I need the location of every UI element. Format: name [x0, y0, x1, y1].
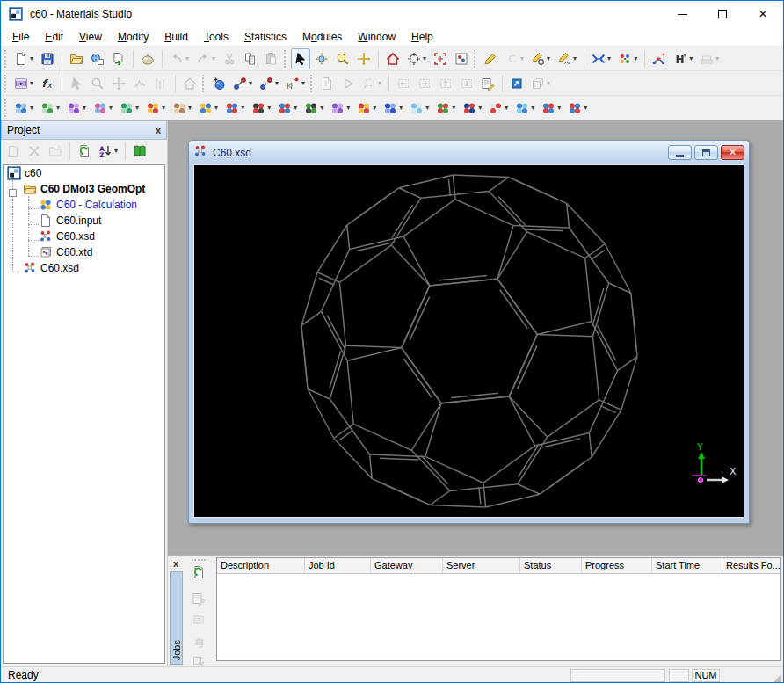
minimize-button[interactable]: [662, 1, 702, 27]
add-atom-button[interactable]: [209, 73, 229, 94]
document-window[interactable]: C60.xsd ✕ YX: [188, 140, 750, 524]
tree-item-c60[interactable]: c60: [4, 165, 164, 181]
toolbar-gripper[interactable]: [474, 50, 476, 68]
sketch-atom-button[interactable]: ▾: [528, 48, 553, 69]
reset-view-button[interactable]: [383, 48, 403, 69]
animation-button[interactable]: ▾: [11, 73, 36, 94]
jobs-column-gateway[interactable]: Gateway: [371, 558, 443, 573]
copy-button[interactable]: [241, 48, 260, 69]
create-bond-button[interactable]: ▾: [230, 73, 255, 94]
menu-modify[interactable]: Modify: [110, 31, 156, 43]
module-qsar[interactable]: ▾: [433, 98, 458, 119]
hydrogen-bond-button[interactable]: H▾: [283, 73, 308, 94]
import-button[interactable]: [88, 48, 107, 69]
module-mesocite[interactable]: ▾: [301, 98, 326, 119]
translate-view-button[interactable]: [354, 48, 374, 69]
tree-item-c60-xsd[interactable]: C60.xsd: [4, 260, 164, 276]
create-partial-bond-button[interactable]: ▾: [257, 73, 281, 94]
c60-bonds: [301, 175, 637, 507]
doc-minimize-button[interactable]: [668, 145, 692, 160]
toolbar-gripper[interactable]: [192, 559, 206, 561]
menu-build[interactable]: Build: [156, 31, 196, 43]
display-style-button[interactable]: [452, 48, 471, 69]
save-project-button[interactable]: [138, 48, 157, 69]
jobs-column-description[interactable]: Description: [217, 558, 305, 573]
rebond-button[interactable]: [650, 48, 669, 69]
function-editor-button[interactable]: fx: [38, 73, 57, 94]
menu-tools[interactable]: Tools: [196, 31, 236, 43]
rotate-view-button[interactable]: [312, 48, 331, 69]
jobs-column-status[interactable]: Status: [520, 558, 582, 573]
save-button[interactable]: [38, 48, 57, 69]
module-mesodyn[interactable]: ▾: [328, 98, 352, 119]
jobs-column-start-time[interactable]: Start Time: [652, 558, 722, 573]
toolbar-gripper[interactable]: [4, 99, 7, 117]
module-compass[interactable]: ▾: [117, 98, 142, 119]
project-sort-button[interactable]: AZ▾: [96, 141, 120, 162]
module-amorphous-cell[interactable]: ▾: [11, 98, 36, 119]
jobs-column-server[interactable]: Server: [443, 558, 520, 573]
clean-button[interactable]: ▾: [589, 48, 613, 69]
jobs-close-icon[interactable]: x: [173, 558, 178, 569]
project-refresh-button[interactable]: [75, 141, 94, 162]
menu-statistics[interactable]: Statistics: [236, 31, 294, 43]
selection-mode-button[interactable]: [291, 48, 310, 69]
menu-window[interactable]: Window: [350, 31, 403, 43]
module-castep[interactable]: ▾: [143, 98, 168, 119]
doc-close-button[interactable]: ✕: [721, 145, 744, 160]
module-dftb[interactable]: ▾: [170, 98, 194, 119]
toolbar-gripper[interactable]: [284, 50, 287, 68]
toolbar-gripper[interactable]: [202, 75, 205, 92]
tree-item-c60-dmol3-geomopt[interactable]: C60 DMol3 GeomOpt: [4, 181, 164, 197]
menu-edit[interactable]: Edit: [37, 31, 71, 43]
zoom-view-button[interactable]: [333, 48, 352, 69]
maximize-button[interactable]: [702, 1, 743, 27]
jobs-column-job-id[interactable]: Job Id: [305, 558, 371, 573]
menu-view[interactable]: View: [71, 31, 110, 43]
module-qmera[interactable]: ▾: [565, 98, 590, 119]
molecule-viewport[interactable]: YX: [193, 164, 744, 518]
module-conformers[interactable]: ▾: [64, 98, 89, 119]
new-document-button[interactable]: ▾: [11, 48, 36, 69]
menu-file[interactable]: File: [4, 31, 37, 43]
project-help-button[interactable]: [130, 141, 149, 162]
sketch-fragment-button[interactable]: ▾: [555, 48, 579, 69]
document-title-bar[interactable]: C60.xsd ✕: [189, 141, 749, 164]
toolbar-gripper[interactable]: [4, 50, 7, 68]
module-forcite[interactable]: ▾: [222, 98, 247, 119]
module-kinetix[interactable]: ▾: [275, 98, 300, 119]
module-morphology[interactable]: ▾: [354, 98, 379, 119]
module-onetep[interactable]: ▾: [381, 98, 405, 119]
fit-view-button[interactable]: [431, 48, 450, 69]
module-polymorph[interactable]: ▾: [407, 98, 432, 119]
center-view-button[interactable]: ▾: [404, 48, 429, 69]
module-reflex[interactable]: ▾: [460, 98, 484, 119]
module-reflex-powder[interactable]: ▾: [486, 98, 511, 119]
module-gulp[interactable]: ▾: [249, 98, 273, 119]
doc-restore-button[interactable]: [694, 145, 718, 160]
resize-grip[interactable]: ◢: [773, 672, 781, 683]
toolbar-gripper[interactable]: [4, 75, 7, 92]
jobs-column-progress[interactable]: Progress: [582, 558, 652, 573]
module-adsorption-locator[interactable]: ▾: [38, 98, 62, 119]
module-blends[interactable]: ▾: [91, 98, 115, 119]
project-close-icon[interactable]: x: [156, 125, 161, 135]
jobs-refresh-button[interactable]: [192, 565, 206, 583]
module-dmol3[interactable]: ▾: [196, 98, 221, 119]
console-button[interactable]: [507, 73, 526, 94]
jobs-column-results-fo-[interactable]: Results Fo...: [722, 558, 781, 573]
export-button[interactable]: [109, 48, 128, 69]
tree-collapse-toggle[interactable]: −: [9, 189, 17, 197]
toolbar-gripper[interactable]: [310, 75, 313, 92]
menu-modules[interactable]: Modules: [294, 31, 350, 43]
module-vamp[interactable]: ▾: [539, 98, 563, 119]
module-synthia[interactable]: ▾: [512, 98, 537, 119]
jobs-tab[interactable]: Jobs: [170, 571, 183, 665]
properties-button[interactable]: [478, 73, 497, 94]
menu-help[interactable]: Help: [403, 31, 441, 43]
open-button[interactable]: [67, 48, 86, 69]
adjust-bonds-button[interactable]: ▾: [615, 48, 640, 69]
sketch-button[interactable]: [481, 48, 500, 69]
close-button[interactable]: ✕: [743, 1, 783, 27]
adjust-hydrogen-button[interactable]: H▾: [671, 48, 695, 69]
